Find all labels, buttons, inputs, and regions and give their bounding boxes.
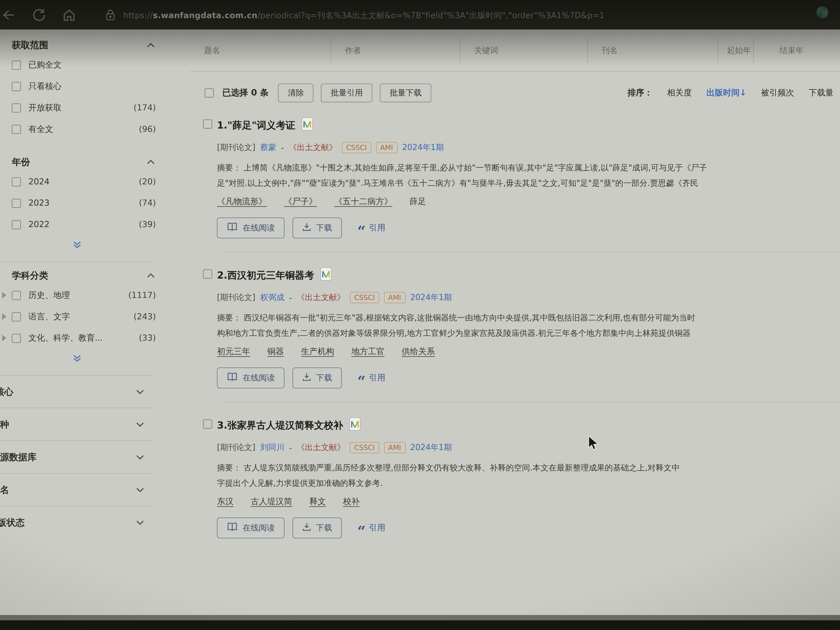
batch-download-button[interactable]: 批量下载 <box>380 84 431 102</box>
read-online-button[interactable]: 在线阅读 <box>217 368 284 388</box>
keyword-link[interactable]: 铜器 <box>267 347 284 356</box>
filter-subject-history-geography[interactable]: 历史、地理 (1117) <box>12 284 164 306</box>
journal-input[interactable] <box>601 45 711 55</box>
field-keyword[interactable] <box>459 38 587 63</box>
cite-button[interactable]: “引用 <box>357 372 385 384</box>
read-online-button[interactable]: 在线阅读 <box>217 218 284 238</box>
field-journal[interactable] <box>587 38 718 63</box>
author-link[interactable]: 权弼成 <box>260 292 284 303</box>
keyword-input[interactable] <box>473 45 580 55</box>
show-more-years[interactable] <box>12 235 164 257</box>
filter-year-2024[interactable]: 2024 (20) <box>12 171 164 192</box>
keyword-link[interactable]: 初元三年 <box>217 347 250 356</box>
author-link[interactable]: 蔡蒙 <box>260 142 276 153</box>
author-input[interactable] <box>344 45 453 55</box>
chevron-down-icon[interactable] <box>136 389 144 394</box>
clear-button[interactable]: 清除 <box>278 84 314 102</box>
filter-purchased-fulltext[interactable]: 已购全文 <box>12 54 164 76</box>
checkbox[interactable] <box>12 199 21 208</box>
keyword-link[interactable]: 东汉 <box>217 497 234 506</box>
sidebar-section-subject[interactable]: 学科分类 <box>12 266 164 284</box>
chevron-down-icon[interactable] <box>136 487 144 492</box>
sort-relevance[interactable]: 相关度 <box>667 87 692 98</box>
keyword-link[interactable]: 古人堤汉简 <box>251 497 292 506</box>
address-bar[interactable]: https://s.wanfangdata.com.cn/periodical?… <box>123 11 605 21</box>
home-icon[interactable] <box>62 8 76 22</box>
filter-core-only[interactable]: 只看核心 <box>12 76 164 97</box>
expand-triangle-icon[interactable] <box>2 292 6 298</box>
result-title[interactable]: 1."薛足"词义考证 <box>217 117 840 133</box>
checkbox[interactable] <box>12 60 21 69</box>
result-title[interactable]: 3.张家界古人堤汉简释文校补 <box>217 417 840 433</box>
sort-cited-count[interactable]: 被引频次 <box>761 87 794 98</box>
issue-link[interactable]: 2024年1期 <box>410 292 452 303</box>
cite-button[interactable]: “引用 <box>357 222 385 234</box>
checkbox[interactable] <box>12 125 21 134</box>
keyword-link[interactable]: 地方工官 <box>351 347 384 356</box>
chevron-up-icon[interactable] <box>147 159 155 164</box>
checkbox[interactable] <box>12 312 21 321</box>
result-checkbox[interactable] <box>203 419 212 428</box>
field-author[interactable] <box>331 38 460 63</box>
sidebar-section-scope[interactable]: 获取范围 <box>12 36 164 54</box>
checkbox[interactable] <box>12 220 21 229</box>
keyword-link[interactable]: 校补 <box>343 497 360 506</box>
result-checkbox[interactable] <box>203 269 212 278</box>
start-year-input[interactable] <box>726 45 753 55</box>
sidebar-section-year[interactable]: 年份 <box>12 153 164 171</box>
sidebar-section-type[interactable]: 种 <box>0 412 163 436</box>
download-button[interactable]: 下载 <box>292 518 342 538</box>
checkbox[interactable] <box>12 177 21 186</box>
checkbox[interactable] <box>12 82 21 91</box>
result-title[interactable]: 2.西汉初元三年铜器考 <box>217 267 840 283</box>
field-start-year[interactable] <box>718 38 753 63</box>
browser-profile-swirl-icon[interactable] <box>816 6 828 18</box>
expand-triangle-icon[interactable] <box>2 313 6 320</box>
keyword-link[interactable]: 《尸子》 <box>284 197 317 206</box>
keyword-link[interactable]: 薛足 <box>409 197 426 206</box>
sort-download-count[interactable]: 下载量 <box>809 87 834 98</box>
field-title[interactable] <box>190 38 331 63</box>
journal-link[interactable]: 《出土文献》 <box>297 442 345 453</box>
filter-subject-culture-science-edu[interactable]: 文化、科学、教育... (33) <box>12 327 164 349</box>
select-all-checkbox[interactable] <box>205 88 214 98</box>
journal-link[interactable]: 《出土文献》 <box>289 142 337 153</box>
refresh-icon[interactable] <box>32 8 46 22</box>
sidebar-section-journal-name[interactable]: 名 <box>0 478 163 502</box>
keyword-link[interactable]: 供给关系 <box>402 347 435 356</box>
read-online-button[interactable]: 在线阅读 <box>217 518 284 538</box>
author-link[interactable]: 刘同川 <box>260 442 284 453</box>
end-year-input[interactable] <box>778 45 837 55</box>
chevron-up-icon[interactable] <box>147 273 155 278</box>
chevron-down-icon[interactable] <box>136 422 144 427</box>
result-checkbox[interactable] <box>203 119 212 128</box>
filter-open-access[interactable]: 开放获取 (174) <box>12 97 164 118</box>
back-icon[interactable] <box>1 8 15 22</box>
issue-link[interactable]: 2024年1期 <box>410 442 452 453</box>
checkbox[interactable] <box>12 103 21 112</box>
keyword-link[interactable]: 《凡物流形》 <box>217 197 267 206</box>
journal-link[interactable]: 《出土文献》 <box>297 292 345 303</box>
filter-year-2023[interactable]: 2023 (74) <box>12 192 164 214</box>
checkbox[interactable] <box>12 333 21 343</box>
expand-triangle-icon[interactable] <box>2 335 6 341</box>
download-button[interactable]: 下载 <box>292 368 342 388</box>
cite-button[interactable]: “引用 <box>357 522 385 534</box>
sidebar-section-core[interactable]: 核心 <box>0 380 163 403</box>
show-more-subjects[interactable] <box>12 349 164 371</box>
sort-publish-date[interactable]: 出版时间↓ <box>706 87 747 98</box>
filter-year-2022[interactable]: 2022 (39) <box>12 214 164 235</box>
sidebar-section-publication-status[interactable]: 版状态 <box>0 511 163 534</box>
issue-link[interactable]: 2024年1期 <box>402 142 444 153</box>
keyword-link[interactable]: 生产机构 <box>301 347 334 356</box>
sidebar-section-source-database[interactable]: 源数据库 <box>0 445 163 469</box>
checkbox[interactable] <box>12 291 21 300</box>
chevron-down-icon[interactable] <box>136 455 144 459</box>
keyword-link[interactable]: 《五十二病方》 <box>334 197 392 206</box>
field-end-year[interactable] <box>753 38 840 63</box>
filter-has-fulltext[interactable]: 有全文 (96) <box>12 118 164 140</box>
download-button[interactable]: 下载 <box>292 218 342 238</box>
chevron-down-icon[interactable] <box>136 520 144 525</box>
title-input[interactable] <box>203 45 322 55</box>
keyword-link[interactable]: 释文 <box>309 497 326 506</box>
